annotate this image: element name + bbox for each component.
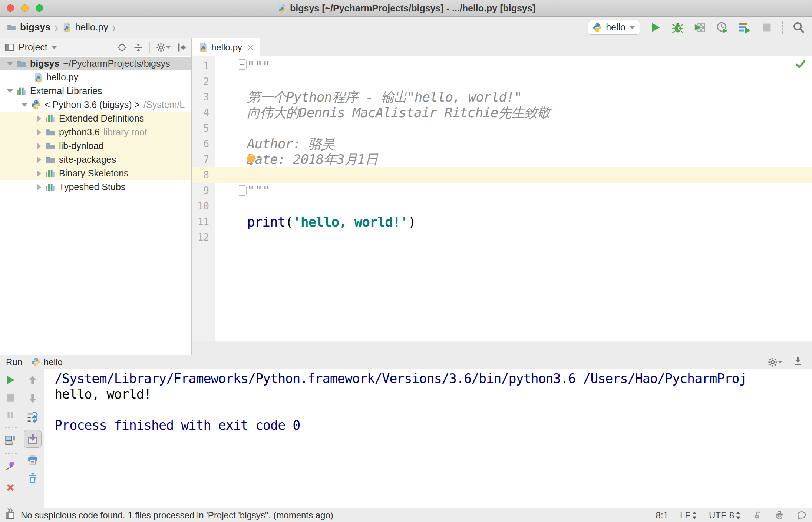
tool-window-toggle-icon[interactable] [5,511,15,520]
collapse-all-button[interactable] [133,42,143,53]
tree-item--python-3-6-bigsys-[interactable]: < Python 3.6 (bigsys) >/System/L [0,98,191,112]
panel-settings-button[interactable] [156,42,171,53]
tree-item-extended-definitions[interactable]: Extended Definitions [0,112,191,125]
down-stack-trace-button[interactable] [26,393,39,404]
tree-item-bigsys[interactable]: bigsys~/PycharmProjects/bigsys [0,57,191,70]
line-separator-widget[interactable]: LF [680,510,697,521]
editor-line-8[interactable]: 8 [192,167,812,183]
editor-line-10[interactable]: 10 [192,198,812,214]
line-number[interactable]: 3 [192,92,215,103]
run-with-coverage-button[interactable] [693,21,707,34]
breadcrumb-file[interactable]: hello.py [75,22,108,33]
line-number[interactable]: 2 [192,76,215,87]
tree-collapsed-arrow-icon[interactable] [33,184,45,191]
close-window-button[interactable] [7,4,14,12]
concurrency-diagram-button[interactable] [738,21,751,34]
fold-region-end-marker[interactable] [238,185,247,196]
locate-file-button[interactable] [117,42,127,53]
stop-process-button[interactable] [4,393,17,403]
printer-icon [27,453,39,465]
tree-collapsed-arrow-icon[interactable] [33,156,45,163]
line-number[interactable]: 4 [192,107,215,118]
run-configuration-select[interactable]: hello [588,20,640,35]
editor-line-6[interactable]: 6Author: 骆昊 [192,136,812,152]
tree-expanded-arrow-icon[interactable] [18,99,31,110]
print-console-button[interactable] [26,454,39,465]
panel-header-separator [149,42,150,53]
unlock-icon[interactable] [753,511,762,520]
line-number[interactable]: 10 [192,201,215,212]
pause-output-button[interactable] [4,410,17,420]
line-number[interactable]: 6 [192,138,215,149]
arrow-down-icon [27,393,38,404]
tree-collapsed-arrow-icon[interactable] [33,115,45,122]
up-stack-trace-button[interactable] [26,374,39,386]
run-console-output[interactable]: /System/Library/Frameworks/Python.framew… [44,369,812,508]
code-text[interactable]: 向伟大的Dennis MacAlistair Ritchie先生致敬 [215,104,550,122]
tree-collapsed-arrow-icon[interactable] [33,143,45,149]
hide-run-panel-button[interactable] [793,356,803,369]
zoom-window-button[interactable] [36,4,43,12]
project-tree[interactable]: bigsys~/PycharmProjects/bigsyshello.pyEx… [0,56,191,355]
close-run-panel-button[interactable] [4,482,17,493]
soft-wrap-button[interactable] [26,412,39,423]
event-log-bubble-icon[interactable] [796,510,807,521]
profile-button[interactable] [716,21,729,34]
editor-tab-hello-py[interactable]: hello.py × [192,38,260,56]
intention-bulb-icon[interactable] [246,153,257,167]
breadcrumb-project[interactable]: bigsys [20,22,50,33]
caret-position-widget[interactable]: 8:1 [656,510,668,521]
editor-line-2[interactable]: 2 [192,74,812,89]
run-settings-button[interactable] [768,357,782,367]
hide-panel-icon [176,42,187,53]
editor-line-5[interactable]: 5 [192,120,812,136]
stop-button[interactable] [760,21,773,34]
tree-item-external-libraries[interactable]: External Libraries [0,84,191,98]
run-button[interactable] [649,21,662,34]
line-number[interactable]: 8 [192,169,215,181]
tree-collapsed-arrow-icon[interactable] [33,170,45,177]
line-number[interactable]: 7 [192,154,215,165]
tree-expanded-arrow-icon[interactable] [4,86,16,96]
editor-line-3[interactable]: 3第一个Python程序 - 输出"hello, world!" [192,89,812,105]
line-number[interactable]: 5 [192,123,215,134]
editor-line-9[interactable]: 9""" [192,183,812,198]
line-number[interactable]: 11 [192,216,215,227]
rerun-button[interactable] [4,374,17,386]
tree-item-lib-dynload[interactable]: lib-dynload [0,139,191,153]
tree-collapsed-arrow-icon[interactable] [33,129,45,136]
editor-line-1[interactable]: 1""" [192,58,812,74]
editor-line-11[interactable]: 11print('hello, world!') [192,214,812,229]
code-editor[interactable]: 1"""23第一个Python程序 - 输出"hello, world!"4向伟… [192,56,812,341]
fold-region-start-marker[interactable]: − [238,59,247,70]
editor-line-12[interactable]: 12 [192,229,812,245]
project-view-select[interactable]: Project [4,42,57,53]
line-number[interactable]: 12 [192,232,215,243]
tree-item-typeshed-stubs[interactable]: Typeshed Stubs [0,180,191,194]
hide-panel-button[interactable] [176,42,187,53]
tree-item-python3-6[interactable]: python3.6library root [0,125,191,139]
run-tab-hello[interactable]: hello [31,357,63,367]
editor-line-7[interactable]: 7Date: 2018年3月1日 [192,152,812,167]
clear-console-button[interactable] [26,472,39,483]
minimize-window-button[interactable] [21,4,29,12]
editor-line-4[interactable]: 4向伟大的Dennis MacAlistair Ritchie先生致敬 [192,105,812,120]
inspections-ok-check-icon[interactable] [795,59,806,70]
tree-item-site-packages[interactable]: site-packages [0,153,191,166]
search-everywhere-button[interactable] [792,21,805,34]
tree-item-hello-py[interactable]: hello.py [0,70,191,84]
code-text[interactable]: Date: 2018年3月1日 [215,151,378,169]
scroll-to-end-button[interactable] [24,430,42,448]
encoding-widget[interactable]: UTF-8 [709,510,741,521]
python-file-icon [33,72,43,83]
inspections-hector-icon[interactable] [774,510,785,521]
restore-layout-button[interactable] [4,435,17,446]
debug-button[interactable] [671,21,684,34]
line-number[interactable]: 1 [192,60,215,72]
pin-tab-button[interactable] [4,460,17,472]
code-text[interactable]: print('hello, world!') [215,214,416,229]
tree-item-binary-skeletons[interactable]: Binary Skeletons [0,166,191,180]
tree-expanded-arrow-icon[interactable] [4,58,16,69]
close-tab-icon[interactable]: × [247,44,254,51]
line-number[interactable]: 9 [192,185,215,196]
